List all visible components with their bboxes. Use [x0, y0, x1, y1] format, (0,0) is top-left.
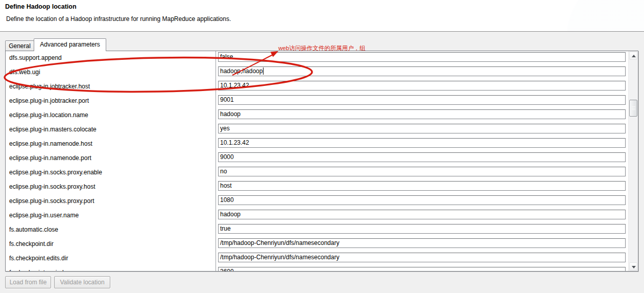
- parameter-name: eclipse.plug-in.socks.proxy.enable: [9, 169, 102, 176]
- wizard-header: Define Hadoop location Define the locati…: [0, 0, 644, 32]
- parameter-name: fs.checkpoint.edits.dir: [9, 255, 68, 262]
- parameter-value: 9000: [220, 153, 234, 161]
- parameter-row[interactable]: eclipse.plug-in.user.namehadoop: [6, 210, 638, 224]
- parameter-value: 3600: [220, 268, 234, 271]
- parameter-value-field[interactable]: hadoop: [218, 109, 626, 119]
- parameter-value: 10.1.23.42: [220, 82, 249, 89]
- tab-advanced-parameters[interactable]: Advanced parameters: [34, 38, 106, 51]
- banner-gradient-decoration: [491, 0, 644, 31]
- parameter-name: eclipse.plug-in.jobtracker.host: [9, 83, 90, 90]
- parameter-row[interactable]: dfs.web.ugihadoop,hadoop: [6, 66, 638, 81]
- parameter-row[interactable]: fs.checkpoint.dir/tmp/hadoop-Chenriyun/d…: [6, 238, 638, 253]
- parameter-value: hadoop,hadoop: [220, 67, 263, 75]
- parameter-value-field[interactable]: /tmp/hadoop-Chenriyun/dfs/namesecondary: [218, 253, 626, 262]
- parameter-name: eclipse.plug-in.namenode.port: [9, 154, 91, 162]
- parameter-value-field[interactable]: hadoop: [218, 210, 626, 219]
- parameter-value-field[interactable]: 10.1.23.42: [218, 81, 626, 91]
- parameter-name: fs.checkpoint.period: [9, 269, 64, 271]
- parameter-value-field[interactable]: no: [218, 167, 626, 176]
- parameter-value-field[interactable]: 3600: [218, 267, 626, 271]
- parameter-value-field[interactable]: yes: [218, 124, 626, 133]
- parameter-row[interactable]: eclipse.plug-in.socks.proxy.enableno: [6, 167, 638, 181]
- parameter-value-field[interactable]: false: [218, 52, 626, 62]
- scrollbar-thumb[interactable]: [629, 100, 637, 117]
- parameter-value: hadoop: [220, 211, 241, 218]
- page-title: Define Hadoop location: [5, 3, 77, 10]
- parameter-row[interactable]: eclipse.plug-in.jobtracker.host10.1.23.4…: [6, 81, 638, 95]
- parameter-name: dfs.web.ugi: [9, 69, 40, 76]
- parameter-row[interactable]: eclipse.plug-in.location.namehadoop: [6, 109, 638, 124]
- parameter-value: yes: [220, 125, 230, 132]
- parameter-row[interactable]: eclipse.plug-in.masters.colocateyes: [6, 124, 638, 138]
- parameter-name: eclipse.plug-in.location.name: [9, 111, 88, 119]
- parameter-row[interactable]: eclipse.plug-in.namenode.port9000: [6, 152, 638, 167]
- parameter-row[interactable]: eclipse.plug-in.jobtracker.port9001: [6, 95, 638, 109]
- arrow-down-icon: [632, 266, 636, 268]
- parameter-name: dfs.support.append: [9, 54, 62, 61]
- parameter-value: 10.1.23.42: [220, 139, 249, 147]
- parameter-value: /tmp/hadoop-Chenriyun/dfs/namesecondary: [220, 254, 339, 261]
- parameter-name: fs.checkpoint.dir: [9, 240, 54, 247]
- text-caret: [263, 67, 264, 75]
- parameter-value: host: [220, 182, 232, 190]
- parameter-row[interactable]: fs.checkpoint.edits.dir/tmp/hadoop-Chenr…: [6, 253, 638, 267]
- parameter-value: 9001: [220, 96, 234, 104]
- parameter-name: eclipse.plug-in.user.name: [9, 212, 79, 219]
- arrow-up-icon: [632, 55, 636, 57]
- parameter-value-field[interactable]: 9000: [218, 152, 626, 162]
- parameter-row[interactable]: fs.automatic.closetrue: [6, 224, 638, 238]
- vertical-scrollbar[interactable]: [628, 51, 637, 271]
- parameter-name: eclipse.plug-in.jobtracker.port: [9, 97, 89, 104]
- load-from-file-button[interactable]: Load from file: [5, 276, 51, 288]
- parameter-name: eclipse.plug-in.socks.proxy.host: [9, 183, 96, 190]
- parameter-value: true: [220, 225, 231, 233]
- parameter-value: false: [220, 53, 233, 61]
- parameters-table: dfs.support.appendfalsedfs.web.ugihadoop…: [5, 51, 638, 272]
- parameter-value-field[interactable]: 1080: [218, 195, 626, 205]
- parameter-row[interactable]: fs.checkpoint.period3600: [6, 267, 638, 271]
- scrollbar-grip-icon: [632, 106, 635, 111]
- parameter-name: fs.automatic.close: [9, 226, 58, 233]
- parameter-row[interactable]: eclipse.plug-in.socks.proxy.hosthost: [6, 181, 638, 195]
- parameter-row[interactable]: dfs.support.appendfalse: [6, 52, 638, 66]
- parameter-value-field[interactable]: hadoop,hadoop: [218, 66, 626, 76]
- parameter-row[interactable]: eclipse.plug-in.namenode.host10.1.23.42: [6, 138, 638, 152]
- parameter-name: eclipse.plug-in.socks.proxy.port: [9, 197, 94, 205]
- parameter-value-field[interactable]: 9001: [218, 95, 626, 105]
- parameters-table-body: dfs.support.appendfalsedfs.web.ugihadoop…: [6, 51, 638, 271]
- parameter-value-field[interactable]: true: [218, 224, 626, 234]
- parameter-name: eclipse.plug-in.masters.colocate: [9, 126, 97, 133]
- parameter-value: no: [220, 168, 227, 175]
- page-subtitle: Define the location of a Hadoop infrastr…: [6, 15, 231, 22]
- parameter-value: 1080: [220, 196, 234, 204]
- parameter-value-field[interactable]: host: [218, 181, 626, 191]
- parameter-value: /tmp/hadoop-Chenriyun/dfs/namesecondary: [220, 239, 339, 247]
- parameter-value-field[interactable]: /tmp/hadoop-Chenriyun/dfs/namesecondary: [218, 238, 626, 248]
- tab-general[interactable]: General: [5, 40, 34, 51]
- validate-location-button[interactable]: Validate location: [54, 276, 110, 288]
- parameter-value-field[interactable]: 10.1.23.42: [218, 138, 626, 148]
- parameter-value: hadoop: [220, 110, 241, 118]
- scroll-down-button[interactable]: [629, 262, 637, 271]
- scroll-up-button[interactable]: [629, 52, 637, 60]
- parameter-name: eclipse.plug-in.namenode.host: [9, 140, 92, 147]
- parameter-row[interactable]: eclipse.plug-in.socks.proxy.port1080: [6, 195, 638, 210]
